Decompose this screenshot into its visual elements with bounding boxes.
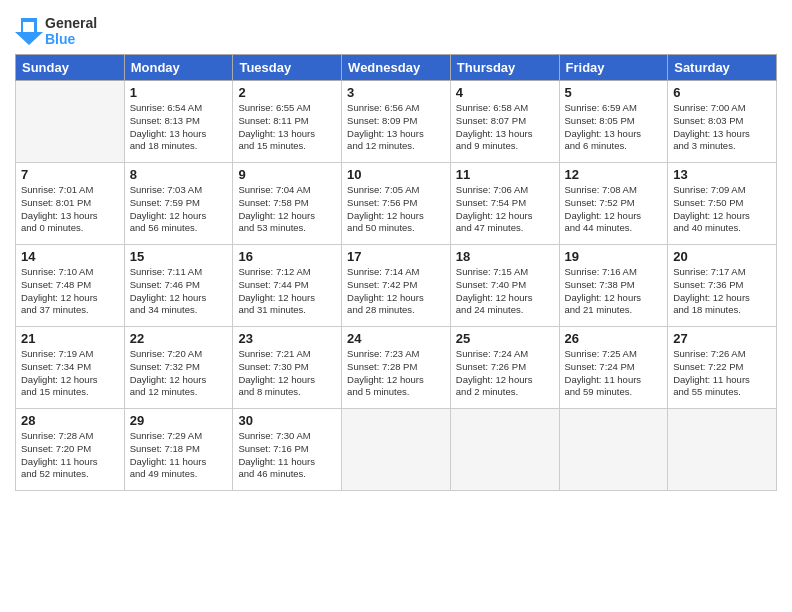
day-info: Sunrise: 6:56 AMSunset: 8:09 PMDaylight:… [347, 102, 445, 153]
calendar-cell [668, 409, 777, 491]
day-number: 3 [347, 85, 445, 100]
day-info: Sunrise: 7:20 AMSunset: 7:32 PMDaylight:… [130, 348, 228, 399]
page-container: GeneralBlue SundayMondayTuesdayWednesday… [0, 0, 792, 501]
day-number: 24 [347, 331, 445, 346]
day-number: 21 [21, 331, 119, 346]
weekday-header-thursday: Thursday [450, 55, 559, 81]
day-info: Sunrise: 7:19 AMSunset: 7:34 PMDaylight:… [21, 348, 119, 399]
day-number: 10 [347, 167, 445, 182]
calendar-table: SundayMondayTuesdayWednesdayThursdayFrid… [15, 54, 777, 491]
day-number: 11 [456, 167, 554, 182]
day-number: 26 [565, 331, 663, 346]
calendar-cell: 11Sunrise: 7:06 AMSunset: 7:54 PMDayligh… [450, 163, 559, 245]
day-number: 5 [565, 85, 663, 100]
day-number: 23 [238, 331, 336, 346]
weekday-header-row: SundayMondayTuesdayWednesdayThursdayFrid… [16, 55, 777, 81]
day-info: Sunrise: 6:58 AMSunset: 8:07 PMDaylight:… [456, 102, 554, 153]
day-number: 28 [21, 413, 119, 428]
day-info: Sunrise: 7:12 AMSunset: 7:44 PMDaylight:… [238, 266, 336, 317]
day-info: Sunrise: 7:00 AMSunset: 8:03 PMDaylight:… [673, 102, 771, 153]
day-info: Sunrise: 7:03 AMSunset: 7:59 PMDaylight:… [130, 184, 228, 235]
calendar-cell: 23Sunrise: 7:21 AMSunset: 7:30 PMDayligh… [233, 327, 342, 409]
day-info: Sunrise: 7:28 AMSunset: 7:20 PMDaylight:… [21, 430, 119, 481]
calendar-cell: 15Sunrise: 7:11 AMSunset: 7:46 PMDayligh… [124, 245, 233, 327]
week-row-2: 7Sunrise: 7:01 AMSunset: 8:01 PMDaylight… [16, 163, 777, 245]
calendar-cell: 9Sunrise: 7:04 AMSunset: 7:58 PMDaylight… [233, 163, 342, 245]
week-row-4: 21Sunrise: 7:19 AMSunset: 7:34 PMDayligh… [16, 327, 777, 409]
calendar-cell: 24Sunrise: 7:23 AMSunset: 7:28 PMDayligh… [342, 327, 451, 409]
calendar-cell: 7Sunrise: 7:01 AMSunset: 8:01 PMDaylight… [16, 163, 125, 245]
week-row-1: 1Sunrise: 6:54 AMSunset: 8:13 PMDaylight… [16, 81, 777, 163]
day-number: 1 [130, 85, 228, 100]
day-info: Sunrise: 7:11 AMSunset: 7:46 PMDaylight:… [130, 266, 228, 317]
weekday-header-monday: Monday [124, 55, 233, 81]
calendar-cell: 16Sunrise: 7:12 AMSunset: 7:44 PMDayligh… [233, 245, 342, 327]
calendar-cell: 13Sunrise: 7:09 AMSunset: 7:50 PMDayligh… [668, 163, 777, 245]
calendar-cell: 25Sunrise: 7:24 AMSunset: 7:26 PMDayligh… [450, 327, 559, 409]
calendar-cell: 20Sunrise: 7:17 AMSunset: 7:36 PMDayligh… [668, 245, 777, 327]
logo: GeneralBlue [15, 10, 115, 50]
calendar-cell [342, 409, 451, 491]
svg-text:General: General [45, 15, 97, 31]
calendar-cell: 14Sunrise: 7:10 AMSunset: 7:48 PMDayligh… [16, 245, 125, 327]
day-number: 17 [347, 249, 445, 264]
calendar-cell: 26Sunrise: 7:25 AMSunset: 7:24 PMDayligh… [559, 327, 668, 409]
calendar-cell: 6Sunrise: 7:00 AMSunset: 8:03 PMDaylight… [668, 81, 777, 163]
day-info: Sunrise: 7:15 AMSunset: 7:40 PMDaylight:… [456, 266, 554, 317]
day-info: Sunrise: 7:14 AMSunset: 7:42 PMDaylight:… [347, 266, 445, 317]
day-number: 6 [673, 85, 771, 100]
week-row-3: 14Sunrise: 7:10 AMSunset: 7:48 PMDayligh… [16, 245, 777, 327]
day-info: Sunrise: 7:06 AMSunset: 7:54 PMDaylight:… [456, 184, 554, 235]
day-number: 15 [130, 249, 228, 264]
day-info: Sunrise: 7:29 AMSunset: 7:18 PMDaylight:… [130, 430, 228, 481]
day-number: 16 [238, 249, 336, 264]
day-info: Sunrise: 7:17 AMSunset: 7:36 PMDaylight:… [673, 266, 771, 317]
day-info: Sunrise: 7:10 AMSunset: 7:48 PMDaylight:… [21, 266, 119, 317]
header: GeneralBlue [15, 10, 777, 50]
calendar-cell [16, 81, 125, 163]
day-number: 8 [130, 167, 228, 182]
day-number: 22 [130, 331, 228, 346]
weekday-header-tuesday: Tuesday [233, 55, 342, 81]
weekday-header-saturday: Saturday [668, 55, 777, 81]
day-info: Sunrise: 7:01 AMSunset: 8:01 PMDaylight:… [21, 184, 119, 235]
calendar-cell: 29Sunrise: 7:29 AMSunset: 7:18 PMDayligh… [124, 409, 233, 491]
calendar-cell: 12Sunrise: 7:08 AMSunset: 7:52 PMDayligh… [559, 163, 668, 245]
calendar-cell: 28Sunrise: 7:28 AMSunset: 7:20 PMDayligh… [16, 409, 125, 491]
svg-text:Blue: Blue [45, 31, 76, 47]
day-info: Sunrise: 7:08 AMSunset: 7:52 PMDaylight:… [565, 184, 663, 235]
calendar-cell: 2Sunrise: 6:55 AMSunset: 8:11 PMDaylight… [233, 81, 342, 163]
calendar-cell [450, 409, 559, 491]
calendar-cell: 30Sunrise: 7:30 AMSunset: 7:16 PMDayligh… [233, 409, 342, 491]
day-number: 20 [673, 249, 771, 264]
day-info: Sunrise: 7:21 AMSunset: 7:30 PMDaylight:… [238, 348, 336, 399]
calendar-cell [559, 409, 668, 491]
day-info: Sunrise: 7:23 AMSunset: 7:28 PMDaylight:… [347, 348, 445, 399]
week-row-5: 28Sunrise: 7:28 AMSunset: 7:20 PMDayligh… [16, 409, 777, 491]
calendar-cell: 17Sunrise: 7:14 AMSunset: 7:42 PMDayligh… [342, 245, 451, 327]
day-info: Sunrise: 7:30 AMSunset: 7:16 PMDaylight:… [238, 430, 336, 481]
day-number: 9 [238, 167, 336, 182]
day-info: Sunrise: 7:04 AMSunset: 7:58 PMDaylight:… [238, 184, 336, 235]
day-info: Sunrise: 7:05 AMSunset: 7:56 PMDaylight:… [347, 184, 445, 235]
calendar-cell: 18Sunrise: 7:15 AMSunset: 7:40 PMDayligh… [450, 245, 559, 327]
calendar-cell: 4Sunrise: 6:58 AMSunset: 8:07 PMDaylight… [450, 81, 559, 163]
calendar-cell: 8Sunrise: 7:03 AMSunset: 7:59 PMDaylight… [124, 163, 233, 245]
day-info: Sunrise: 6:59 AMSunset: 8:05 PMDaylight:… [565, 102, 663, 153]
day-number: 19 [565, 249, 663, 264]
day-number: 18 [456, 249, 554, 264]
day-number: 25 [456, 331, 554, 346]
svg-rect-3 [23, 22, 34, 32]
day-info: Sunrise: 7:26 AMSunset: 7:22 PMDaylight:… [673, 348, 771, 399]
calendar-cell: 3Sunrise: 6:56 AMSunset: 8:09 PMDaylight… [342, 81, 451, 163]
day-number: 7 [21, 167, 119, 182]
day-number: 14 [21, 249, 119, 264]
day-info: Sunrise: 7:16 AMSunset: 7:38 PMDaylight:… [565, 266, 663, 317]
day-number: 12 [565, 167, 663, 182]
logo-svg: GeneralBlue [15, 10, 115, 50]
weekday-header-friday: Friday [559, 55, 668, 81]
calendar-cell: 22Sunrise: 7:20 AMSunset: 7:32 PMDayligh… [124, 327, 233, 409]
calendar-cell: 19Sunrise: 7:16 AMSunset: 7:38 PMDayligh… [559, 245, 668, 327]
calendar-cell: 21Sunrise: 7:19 AMSunset: 7:34 PMDayligh… [16, 327, 125, 409]
day-number: 29 [130, 413, 228, 428]
